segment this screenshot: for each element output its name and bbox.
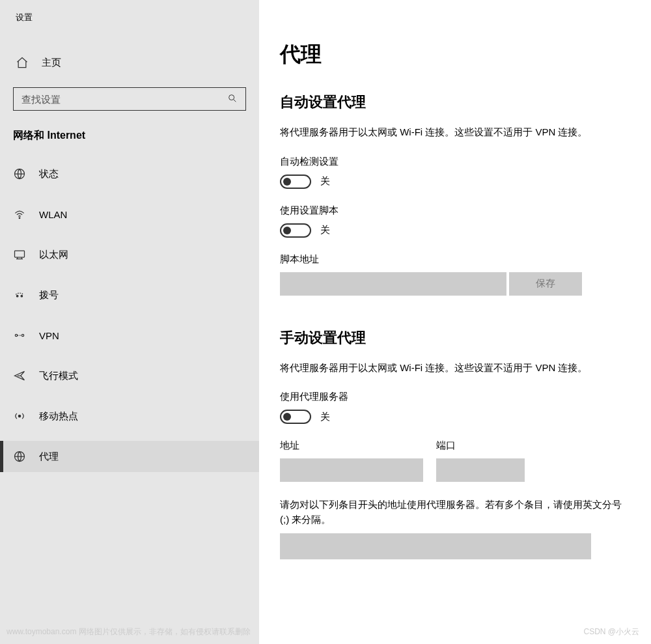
sidebar-item-label: 飞行模式 — [39, 370, 78, 382]
sidebar-item-ethernet[interactable]: 以太网 — [0, 239, 259, 270]
svg-point-3 — [19, 217, 20, 219]
home-icon — [16, 56, 29, 69]
dialup-icon — [13, 288, 26, 301]
use-script-toggle[interactable] — [280, 223, 311, 238]
hotspot-icon — [13, 410, 26, 423]
auto-detect-toggle[interactable] — [280, 175, 311, 189]
address-input[interactable] — [280, 458, 423, 482]
search-input[interactable] — [13, 87, 246, 111]
main-content: 代理 自动设置代理 将代理服务器用于以太网或 Wi-Fi 连接。这些设置不适用于… — [259, 0, 651, 644]
auto-detect-label: 自动检测设置 — [280, 156, 630, 168]
settings-sidebar: 设置 主页 网络和 Internet 状态 — [0, 0, 259, 644]
manual-proxy-desc: 将代理服务器用于以太网或 Wi-Fi 连接。这些设置不适用于 VPN 连接。 — [280, 361, 630, 376]
use-proxy-toggle[interactable] — [280, 410, 311, 424]
sidebar-item-label: 移动热点 — [39, 410, 78, 423]
globe-icon — [13, 167, 26, 180]
globe-icon — [13, 450, 26, 463]
sidebar-item-hotspot[interactable]: 移动热点 — [0, 400, 259, 432]
script-address-label: 脚本地址 — [280, 253, 630, 266]
sidebar-item-label: VPN — [39, 330, 59, 341]
port-input[interactable] — [436, 458, 525, 482]
use-proxy-label: 使用代理服务器 — [280, 391, 630, 403]
wifi-icon — [13, 208, 26, 221]
svg-point-0 — [229, 94, 234, 100]
airplane-icon — [13, 369, 26, 382]
sidebar-item-dialup[interactable]: 拨号 — [0, 279, 259, 311]
category-header: 网络和 Internet — [0, 129, 259, 158]
auto-proxy-desc: 将代理服务器用于以太网或 Wi-Fi 连接。这些设置不适用于 VPN 连接。 — [280, 125, 630, 140]
port-label: 端口 — [436, 440, 525, 452]
ethernet-icon — [13, 248, 26, 261]
sidebar-item-label: 拨号 — [39, 289, 59, 301]
address-label: 地址 — [280, 440, 423, 452]
auto-detect-state: 关 — [320, 175, 330, 188]
page-title: 代理 — [280, 40, 630, 69]
vpn-icon — [13, 329, 26, 342]
watermark-right: CSDN @小火云 — [583, 626, 639, 637]
sidebar-item-airplane[interactable]: 飞行模式 — [0, 360, 259, 391]
sidebar-item-home[interactable]: 主页 — [0, 49, 259, 76]
search-icon — [227, 93, 238, 105]
svg-point-7 — [15, 334, 17, 336]
sidebar-item-wlan[interactable]: WLAN — [0, 199, 259, 230]
sidebar-item-label: 状态 — [39, 168, 59, 180]
svg-point-9 — [18, 415, 20, 417]
svg-point-5 — [16, 295, 18, 297]
exception-text: 请勿对以下列条目开头的地址使用代理服务器。若有多个条目，请使用英文分号 (;) … — [280, 497, 630, 527]
save-button[interactable]: 保存 — [509, 272, 582, 296]
svg-rect-4 — [15, 251, 25, 257]
sidebar-item-status[interactable]: 状态 — [0, 158, 259, 189]
script-address-input[interactable] — [280, 272, 506, 296]
manual-proxy-section-title: 手动设置代理 — [280, 328, 630, 348]
nav-list: 状态 WLAN 以太网 拨号 — [0, 158, 259, 472]
use-proxy-state: 关 — [320, 411, 330, 423]
use-script-state: 关 — [320, 224, 330, 236]
search-field[interactable] — [21, 94, 227, 105]
sidebar-item-proxy[interactable]: 代理 — [0, 441, 259, 472]
sidebar-item-label: 以太网 — [39, 249, 68, 261]
sidebar-item-label: WLAN — [39, 209, 67, 220]
svg-line-1 — [234, 100, 236, 102]
sidebar-item-label: 代理 — [39, 451, 59, 463]
sidebar-item-vpn[interactable]: VPN — [0, 320, 259, 351]
sidebar-item-label: 主页 — [42, 57, 61, 69]
window-title: 设置 — [0, 12, 259, 23]
svg-point-8 — [21, 334, 23, 336]
auto-proxy-section-title: 自动设置代理 — [280, 92, 630, 112]
svg-point-6 — [21, 295, 23, 297]
exception-input[interactable] — [280, 533, 591, 559]
use-script-label: 使用设置脚本 — [280, 204, 630, 217]
watermark-left: www.toymoban.com 网络图片仅供展示，非存储，如有侵权请联系删除 — [7, 626, 251, 637]
